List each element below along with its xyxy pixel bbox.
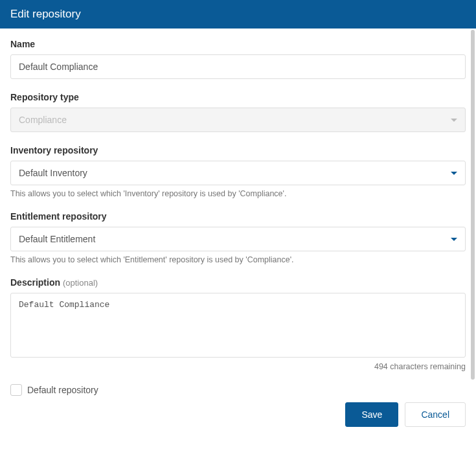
entitlement-repository-group: Entitlement repository Default Entitleme…	[10, 211, 466, 264]
description-label-text: Description	[10, 277, 60, 288]
repository-type-select: Compliance	[10, 108, 466, 132]
inventory-repository-select[interactable]: Default Inventory	[10, 161, 466, 185]
default-repo-label: Default repository	[27, 385, 98, 395]
entitlement-repository-help: This allows you to select which 'Entitle…	[10, 255, 466, 264]
button-row: Save Cancel	[10, 402, 466, 427]
description-label: Description (optional)	[10, 277, 466, 288]
entitlement-repository-label: Entitlement repository	[10, 211, 466, 222]
inventory-repository-display[interactable]: Default Inventory	[10, 161, 466, 185]
dialog-content: Name Repository type Compliance Inventor…	[0, 29, 476, 469]
repository-type-value: Compliance	[19, 115, 67, 125]
entitlement-repository-display[interactable]: Default Entitlement	[10, 227, 466, 251]
name-group: Name	[10, 39, 466, 79]
save-button[interactable]: Save	[345, 402, 398, 427]
chevron-down-icon	[451, 172, 457, 175]
cancel-button[interactable]: Cancel	[405, 402, 466, 427]
default-repo-checkbox[interactable]	[10, 384, 22, 396]
repository-type-label: Repository type	[10, 92, 466, 102]
inventory-repository-value: Default Inventory	[19, 168, 87, 178]
entitlement-repository-select[interactable]: Default Entitlement	[10, 227, 466, 251]
default-repo-row: Default repository	[10, 384, 466, 396]
entitlement-repository-value: Default Entitlement	[19, 234, 95, 244]
dialog-title: Edit repository	[10, 8, 81, 20]
inventory-repository-group: Inventory repository Default Inventory T…	[10, 145, 466, 198]
inventory-repository-label: Inventory repository	[10, 145, 466, 155]
scrollbar[interactable]	[471, 30, 475, 380]
dialog-header: Edit repository	[0, 0, 476, 29]
description-counter: 494 characters remaining	[10, 362, 466, 371]
repository-type-display: Compliance	[10, 108, 466, 132]
description-group: Description (optional) 494 characters re…	[10, 277, 466, 371]
name-label: Name	[10, 39, 466, 49]
chevron-down-icon	[451, 238, 457, 241]
description-optional: (optional)	[63, 278, 98, 288]
inventory-repository-help: This allows you to select which 'Invento…	[10, 189, 466, 198]
chevron-down-icon	[451, 119, 457, 122]
name-input[interactable]	[10, 54, 466, 79]
repository-type-group: Repository type Compliance	[10, 92, 466, 132]
description-textarea[interactable]	[10, 293, 466, 358]
